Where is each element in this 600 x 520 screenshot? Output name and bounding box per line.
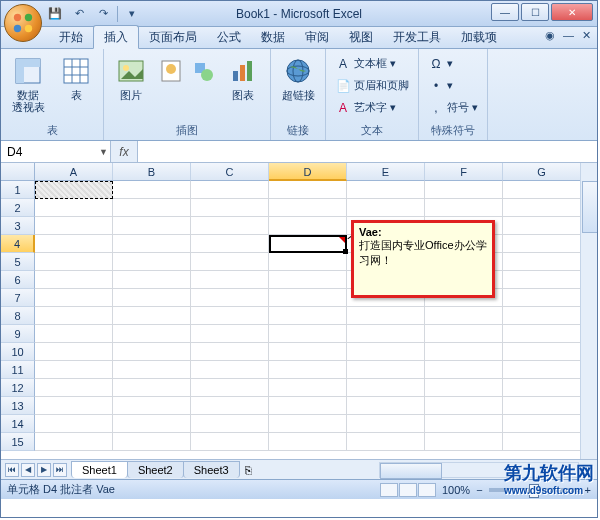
- cell[interactable]: [503, 343, 581, 361]
- symbol1-button[interactable]: Ω▾: [425, 53, 481, 74]
- col-header-f[interactable]: F: [425, 163, 503, 181]
- cell[interactable]: [347, 199, 425, 217]
- view-pagebreak-icon[interactable]: [418, 483, 436, 497]
- col-header-a[interactable]: A: [35, 163, 113, 181]
- cell[interactable]: [347, 181, 425, 199]
- cell[interactable]: [347, 415, 425, 433]
- cell[interactable]: [269, 325, 347, 343]
- cell[interactable]: [35, 307, 113, 325]
- select-all-corner[interactable]: [1, 163, 35, 181]
- cell[interactable]: [113, 343, 191, 361]
- cell[interactable]: [191, 199, 269, 217]
- cell[interactable]: [113, 397, 191, 415]
- cell[interactable]: [347, 379, 425, 397]
- col-header-d[interactable]: D: [269, 163, 347, 181]
- cell[interactable]: [347, 307, 425, 325]
- window-close-icon[interactable]: ✕: [582, 29, 591, 42]
- cell[interactable]: [35, 397, 113, 415]
- cell[interactable]: [113, 361, 191, 379]
- row-header-15[interactable]: 15: [1, 433, 35, 451]
- row-header-13[interactable]: 13: [1, 397, 35, 415]
- cell[interactable]: [269, 289, 347, 307]
- qat-customize-icon[interactable]: ▾: [122, 4, 142, 24]
- worksheet-grid[interactable]: A B C D E F G 1 2 3 4 5 6 7 8 9 10 11 12…: [1, 163, 597, 459]
- cell[interactable]: [425, 361, 503, 379]
- shapes-button[interactable]: [190, 53, 216, 122]
- cell[interactable]: [191, 415, 269, 433]
- cell[interactable]: [503, 307, 581, 325]
- cell[interactable]: [35, 271, 113, 289]
- cell[interactable]: [503, 199, 581, 217]
- cell[interactable]: [503, 379, 581, 397]
- cell[interactable]: [269, 307, 347, 325]
- cell[interactable]: [269, 361, 347, 379]
- cell[interactable]: [113, 199, 191, 217]
- cell[interactable]: [269, 343, 347, 361]
- wordart-button[interactable]: A艺术字 ▾: [332, 97, 412, 118]
- cell[interactable]: [269, 199, 347, 217]
- cell[interactable]: [35, 433, 113, 451]
- minimize-button[interactable]: —: [491, 3, 519, 21]
- cell[interactable]: [35, 289, 113, 307]
- cell[interactable]: [347, 343, 425, 361]
- sheet-prev-icon[interactable]: ◀: [21, 463, 35, 477]
- cell[interactable]: [425, 199, 503, 217]
- table-button[interactable]: 表: [55, 53, 97, 122]
- pivottable-button[interactable]: 数据 透视表: [7, 53, 49, 122]
- cell[interactable]: [347, 433, 425, 451]
- cell[interactable]: [35, 253, 113, 271]
- sheet-tab-2[interactable]: Sheet2: [127, 461, 184, 478]
- name-box[interactable]: D4 ▼: [1, 141, 111, 162]
- tab-developer[interactable]: 开发工具: [383, 26, 451, 48]
- cell[interactable]: [269, 397, 347, 415]
- cell[interactable]: [269, 181, 347, 199]
- save-icon[interactable]: 💾: [45, 4, 65, 24]
- sheet-last-icon[interactable]: ⏭: [53, 463, 67, 477]
- cell[interactable]: [113, 379, 191, 397]
- cell[interactable]: [347, 361, 425, 379]
- symbol2-button[interactable]: •▾: [425, 75, 481, 96]
- undo-icon[interactable]: ↶: [69, 4, 89, 24]
- tab-insert[interactable]: 插入: [93, 25, 139, 49]
- row-header-3[interactable]: 3: [1, 217, 35, 235]
- minimize-ribbon-icon[interactable]: —: [563, 29, 574, 42]
- row-header-4[interactable]: 4: [1, 235, 35, 253]
- close-button[interactable]: ✕: [551, 3, 593, 21]
- cell[interactable]: [425, 307, 503, 325]
- row-header-14[interactable]: 14: [1, 415, 35, 433]
- cell[interactable]: [347, 325, 425, 343]
- cell[interactable]: [35, 361, 113, 379]
- cell[interactable]: [191, 397, 269, 415]
- picture-button[interactable]: 图片: [110, 53, 152, 122]
- cell[interactable]: [269, 415, 347, 433]
- cell[interactable]: [35, 415, 113, 433]
- cell[interactable]: [191, 325, 269, 343]
- tab-home[interactable]: 开始: [49, 26, 93, 48]
- cell[interactable]: [425, 433, 503, 451]
- cell[interactable]: [503, 181, 581, 199]
- col-header-c[interactable]: C: [191, 163, 269, 181]
- cell[interactable]: [503, 433, 581, 451]
- cell[interactable]: [113, 217, 191, 235]
- cell[interactable]: [191, 235, 269, 253]
- cell[interactable]: [191, 433, 269, 451]
- cell[interactable]: [269, 271, 347, 289]
- office-button[interactable]: [4, 4, 42, 42]
- cell[interactable]: [503, 253, 581, 271]
- cell[interactable]: [425, 397, 503, 415]
- cell[interactable]: [191, 343, 269, 361]
- cell[interactable]: [503, 235, 581, 253]
- cell[interactable]: [503, 289, 581, 307]
- hyperlink-button[interactable]: 超链接: [277, 53, 319, 122]
- fx-icon[interactable]: fx: [115, 145, 133, 159]
- cell[interactable]: [269, 433, 347, 451]
- row-header-5[interactable]: 5: [1, 253, 35, 271]
- cell[interactable]: [425, 181, 503, 199]
- cell[interactable]: [191, 253, 269, 271]
- cell[interactable]: [35, 379, 113, 397]
- cell[interactable]: [113, 181, 191, 199]
- cell[interactable]: [191, 217, 269, 235]
- row-header-2[interactable]: 2: [1, 199, 35, 217]
- cell[interactable]: [113, 325, 191, 343]
- cell[interactable]: [503, 397, 581, 415]
